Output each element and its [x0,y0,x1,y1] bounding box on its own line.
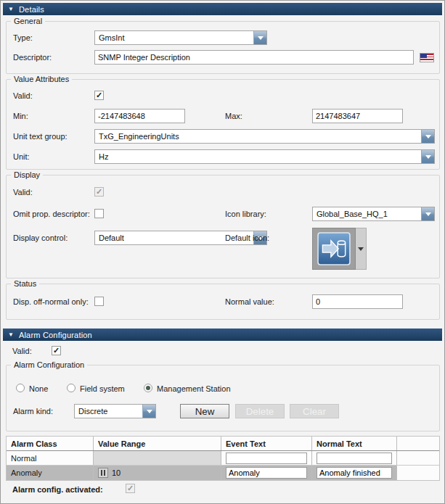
group-general-title: General [11,17,45,25]
collapse-icon[interactable]: ▼ [8,332,14,338]
type-label: Type: [13,33,33,42]
checkmark-icon: ✓ [53,347,60,355]
unit-value: Hz [95,150,421,163]
table-row-normal[interactable]: Normal [7,451,439,466]
alarm-kind-value: Discrete [75,405,142,418]
group-alarm-configuration: Alarm Configuration None Field system Ma… [6,365,440,431]
disp-off-normal-checkbox[interactable] [94,297,104,306]
normal-value-label: Normal value: [225,297,274,306]
alarm-class-cell[interactable]: Anomaly [7,466,94,480]
alarm-kind-label: Alarm kind: [13,407,53,416]
disp-off-normal-label: Disp. off-normal only: [13,297,89,306]
column-header-value-range: Value Range [94,437,221,450]
unit-dropdown[interactable]: Hz [94,149,435,164]
column-header-event-text: Event Text [221,437,312,450]
group-status-title: Status [11,279,39,288]
event-text-input[interactable] [226,467,307,479]
descriptor-input[interactable] [94,50,414,65]
group-general: General Type: GmsInt Descriptor: [6,21,440,74]
display-valid-checkbox: ✓ [94,187,104,197]
icon-library-value: Global_Base_HQ_1 [313,207,421,220]
alarm-valid-label: Valid: [12,347,32,355]
group-display: Display Valid: ✓ Omit prop. descriptor: … [6,175,440,278]
alarm-class-table: Alarm Class Value Range Event Text Norma… [6,436,440,481]
value-range-value: 10 [112,468,121,477]
unit-text-group-dropdown[interactable]: TxG_EngineeringUnits [94,129,435,144]
event-text-input[interactable] [226,453,307,464]
min-input[interactable] [94,109,185,123]
normal-text-input[interactable] [317,467,392,479]
group-value-attributes-title: Value Attributes [11,75,72,83]
chevron-down-icon[interactable] [142,405,155,418]
range-operator-icon[interactable] [98,468,108,478]
radio-management-station-label[interactable]: Management Station [157,384,231,393]
chevron-down-icon[interactable] [421,130,434,143]
property-details-pane: ▼ Details General Type: GmsInt Descripto… [0,0,445,504]
alarm-kind-dropdown[interactable]: Discrete [74,404,156,418]
valid-checkbox[interactable]: ✓ [94,91,104,100]
radio-field-system-label[interactable]: Field system [80,384,125,393]
table-header-row: Alarm Class Value Range Event Text Norma… [7,437,439,451]
max-label: Max: [225,112,242,120]
alarm-config-activated-label: Alarm config. activated: [12,485,103,494]
details-section-title: Details [19,5,44,14]
value-range-cell[interactable]: 10 [94,466,221,480]
default-icon-frame [312,228,356,270]
group-value-attributes: Value Attributes Valid: ✓ Min: Max: Unit… [6,79,440,170]
clear-button: Clear [290,404,339,418]
chevron-down-icon[interactable] [421,207,434,220]
default-icon-picker[interactable] [312,228,367,270]
column-header-normal-text: Normal Text [312,437,397,450]
default-icon-label: Default icon: [225,234,269,242]
arrow-into-database-icon [317,232,351,265]
display-valid-label: Valid: [13,188,33,197]
omit-descriptor-checkbox[interactable] [94,209,104,218]
alarm-config-activated-checkbox: ✓ [126,484,135,493]
checkmark-icon: ✓ [127,484,134,492]
new-button[interactable]: New [180,404,229,418]
unit-text-group-label: Unit text group: [13,132,68,141]
min-label: Min: [13,112,28,120]
type-dropdown[interactable]: GmsInt [94,30,267,45]
chevron-down-icon[interactable] [253,31,266,44]
radio-none[interactable] [16,384,25,392]
chevron-down-icon[interactable] [356,228,367,270]
alarm-valid-checkbox[interactable]: ✓ [52,346,61,355]
alarm-class-cell[interactable]: Normal [7,451,94,465]
radio-field-system[interactable] [67,384,75,392]
alarm-section-title: Alarm Configuration [19,331,92,339]
spacer-cell [397,466,439,480]
column-header-alarm-class: Alarm Class [7,437,94,450]
normal-text-cell [312,466,397,480]
delete-button: Delete [235,404,285,418]
us-flag-icon[interactable] [420,53,434,62]
checkmark-icon: ✓ [96,188,102,196]
unit-label: Unit: [13,152,30,161]
normal-value-input[interactable] [312,294,403,309]
event-text-cell [221,466,312,480]
normal-text-input[interactable] [317,453,392,464]
spacer-cell [397,451,439,465]
icon-library-label: Icon library: [225,210,266,218]
value-range-cell [94,451,221,465]
alarm-section-header[interactable]: ▼ Alarm Configuration [3,329,442,341]
icon-library-dropdown[interactable]: Global_Base_HQ_1 [312,207,435,221]
unit-text-group-value: TxG_EngineeringUnits [95,130,421,143]
group-alarm-configuration-title: Alarm Configuration [11,360,87,369]
type-dropdown-value: GmsInt [95,31,253,44]
radio-management-station[interactable] [144,384,152,392]
radio-none-label[interactable]: None [29,384,48,393]
descriptor-label: Descriptor: [13,53,52,62]
group-display-title: Display [11,170,43,179]
column-header-spacer [397,437,439,450]
omit-descriptor-label: Omit prop. descriptor: [13,210,90,218]
max-input[interactable] [312,109,403,123]
collapse-icon[interactable]: ▼ [8,7,14,12]
normal-text-cell [312,451,397,465]
details-section-header[interactable]: ▼ Details [3,3,442,15]
display-control-label: Display control: [13,234,68,242]
chevron-down-icon[interactable] [421,150,434,163]
checkmark-icon: ✓ [96,91,102,99]
event-text-cell [221,451,312,465]
table-row-anomaly[interactable]: Anomaly 10 [7,466,439,480]
